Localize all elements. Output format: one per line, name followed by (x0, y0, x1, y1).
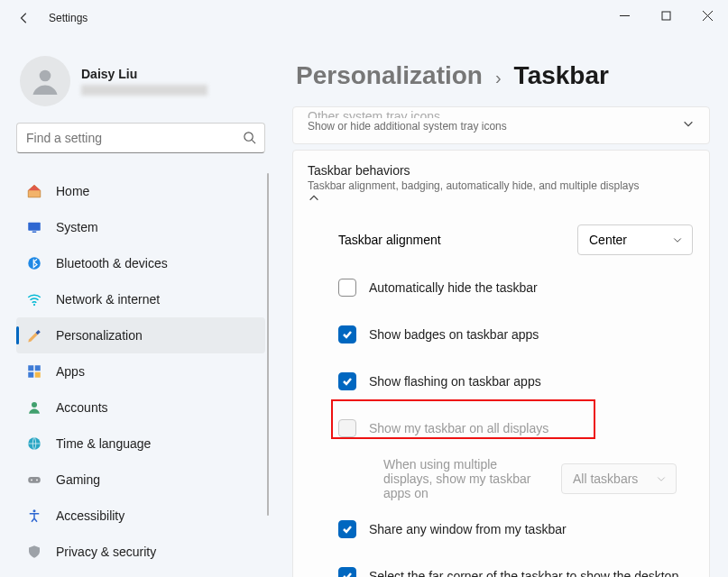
sidebar-item-label: Privacy & security (56, 545, 156, 559)
close-button[interactable] (687, 0, 728, 31)
gamepad-icon (25, 471, 43, 489)
accessibility-icon (25, 507, 43, 525)
sidebar-nav: HomeSystemBluetooth & devicesNetwork & i… (16, 173, 265, 570)
svg-point-15 (36, 479, 38, 481)
alignment-label: Taskbar alignment (338, 233, 441, 247)
brush-icon (25, 326, 43, 344)
behaviors-header[interactable]: Taskbar behaviors Taskbar alignment, bad… (293, 151, 709, 219)
wifi-icon (25, 290, 43, 308)
sidebar-scrollbar[interactable] (267, 173, 269, 516)
sidebar-item-privacy-security[interactable]: Privacy & security (16, 534, 265, 570)
profile-email-redacted (81, 85, 207, 96)
taskbar-behaviors-panel: Taskbar behaviors Taskbar alignment, bad… (292, 150, 710, 577)
option-label: Show my taskbar on all displays (369, 421, 548, 435)
svg-rect-10 (35, 372, 41, 378)
svg-rect-13 (28, 477, 41, 483)
svg-point-14 (31, 479, 32, 481)
sidebar-item-label: Personalization (56, 328, 143, 343)
breadcrumb: Personalization › Taskbar (296, 61, 710, 90)
sidebar-item-accounts[interactable]: Accounts (16, 389, 265, 426)
svg-rect-0 (662, 12, 670, 20)
svg-point-1 (40, 70, 51, 82)
system-icon (25, 218, 43, 236)
chevron-up-icon (308, 192, 320, 207)
svg-point-6 (33, 304, 35, 306)
option-label: Show badges on taskbar apps (369, 327, 539, 342)
alignment-row: Taskbar alignment Center (293, 219, 709, 261)
svg-rect-9 (28, 372, 33, 378)
profile[interactable]: Daisy Liu (20, 56, 265, 106)
behavior-option-1[interactable]: Show badges on taskbar apps (338, 311, 693, 358)
behavior-option-5[interactable]: Select the far corner of the taskbar to … (338, 553, 693, 577)
checkbox[interactable] (338, 520, 356, 538)
window-title: Settings (49, 12, 88, 24)
globe-icon (25, 435, 43, 453)
maximize-button[interactable] (645, 0, 687, 31)
sidebar-item-label: Time & language (56, 436, 151, 451)
option-label: Select the far corner of the taskbar to … (369, 569, 678, 577)
window-controls (604, 0, 728, 31)
main-content: Personalization › Taskbar Other system t… (280, 36, 728, 577)
sidebar-item-label: Accessibility (56, 508, 124, 523)
sidebar-item-system[interactable]: System (16, 209, 265, 245)
svg-rect-4 (32, 232, 37, 234)
svg-point-16 (33, 509, 36, 512)
sidebar-item-apps[interactable]: Apps (16, 353, 265, 389)
sidebar-item-label: Gaming (56, 472, 100, 487)
svg-rect-8 (35, 365, 41, 371)
option-label: Show flashing on taskbar apps (369, 374, 541, 389)
multi-display-dropdown[interactable]: All taskbars (561, 463, 677, 494)
sidebar-item-bluetooth-devices[interactable]: Bluetooth & devices (16, 245, 265, 281)
breadcrumb-parent[interactable]: Personalization (296, 61, 483, 90)
multi-display-value: All taskbars (573, 472, 638, 486)
behaviors-title: Taskbar behaviors (308, 163, 695, 178)
search-input[interactable] (16, 123, 265, 153)
chevron-down-icon (656, 473, 667, 484)
search-box[interactable] (16, 123, 265, 153)
bluetooth-icon (25, 254, 43, 272)
alignment-dropdown[interactable]: Center (577, 224, 693, 255)
sidebar-item-time-language[interactable]: Time & language (16, 426, 265, 462)
multi-display-row: When using multiple displays, show my ta… (338, 452, 693, 506)
behavior-option-3: Show my taskbar on all displays (338, 405, 693, 452)
sidebar-item-network-internet[interactable]: Network & internet (16, 281, 265, 317)
sidebar-item-accessibility[interactable]: Accessibility (16, 498, 265, 534)
behavior-option-4[interactable]: Share any window from my taskbar (338, 506, 693, 553)
svg-rect-3 (28, 223, 41, 231)
behavior-option-2[interactable]: Show flashing on taskbar apps (338, 358, 693, 405)
option-label: Share any window from my taskbar (369, 522, 567, 536)
svg-point-5 (28, 257, 41, 270)
sidebar-item-label: Apps (56, 364, 85, 379)
sidebar-item-label: Network & internet (56, 292, 160, 307)
minimize-button[interactable] (604, 0, 645, 31)
svg-point-2 (244, 133, 253, 141)
apps-icon (25, 362, 43, 380)
checkbox[interactable] (338, 325, 356, 343)
chevron-right-icon: › (495, 68, 502, 88)
tray-icons-card[interactable]: Other system tray icons Show or hide add… (292, 106, 710, 144)
checkbox (338, 419, 356, 437)
sidebar-item-label: Bluetooth & devices (56, 256, 168, 270)
sidebar-item-label: Home (56, 184, 89, 198)
sidebar: Daisy Liu HomeSystemBluetooth & devicesN… (0, 36, 280, 577)
checkbox[interactable] (338, 279, 356, 297)
chevron-down-icon (672, 234, 683, 245)
svg-rect-7 (28, 365, 33, 371)
avatar (20, 56, 70, 106)
sidebar-item-label: System (56, 220, 98, 234)
chevron-down-icon (682, 117, 695, 133)
user-icon (25, 398, 43, 417)
sidebar-item-label: Accounts (56, 400, 108, 415)
back-button[interactable] (16, 10, 32, 26)
checkbox[interactable] (338, 567, 356, 577)
shield-icon (25, 543, 43, 561)
sidebar-item-gaming[interactable]: Gaming (16, 462, 265, 498)
sidebar-item-home[interactable]: Home (16, 173, 265, 209)
sidebar-item-personalization[interactable]: Personalization (16, 317, 265, 353)
search-icon (243, 131, 256, 148)
breadcrumb-current: Taskbar (514, 61, 609, 90)
tray-card-title: Other system tray icons (308, 109, 695, 118)
behavior-option-0[interactable]: Automatically hide the taskbar (338, 264, 693, 311)
profile-name: Daisy Liu (81, 67, 207, 81)
checkbox[interactable] (338, 372, 356, 390)
